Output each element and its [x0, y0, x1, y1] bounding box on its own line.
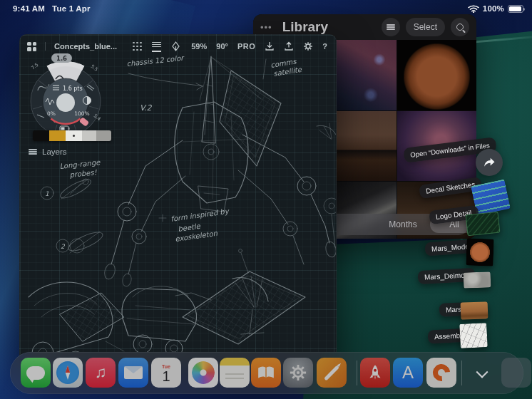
pro-badge[interactable]: PRO — [237, 42, 255, 51]
drawing-canvas[interactable]: chassis 12 color comms satellite V.2 Lon… — [20, 35, 337, 366]
photos-app-icon[interactable] — [188, 358, 218, 388]
mail-app-icon[interactable] — [118, 358, 148, 388]
messages-app-icon[interactable] — [21, 358, 51, 388]
annotation-beetle-1: form inspired by — [170, 207, 230, 224]
search-button[interactable] — [451, 18, 469, 36]
music-app-icon[interactable]: ♫ — [86, 358, 116, 388]
export-icon[interactable] — [284, 41, 294, 51]
envelope-icon — [124, 366, 143, 379]
app-store-app-icon[interactable]: A — [393, 358, 423, 388]
app-library-icon[interactable] — [501, 358, 531, 388]
note-lines-icon — [225, 373, 244, 375]
pen-nib-icon[interactable] — [171, 41, 180, 51]
rotation-value[interactable]: 90° — [216, 42, 228, 51]
swatch-gray[interactable] — [96, 130, 111, 141]
battery-icon — [508, 5, 523, 13]
tab-all[interactable]: All — [430, 216, 476, 233]
tool-wheel[interactable]: 7.5 5.5 5.4 6.9 1.6 1.6 pts 0% 100% — [30, 53, 101, 136]
settings-app-icon[interactable] — [283, 358, 313, 388]
gear-icon — [288, 363, 308, 383]
battery-percent: 100% — [483, 4, 504, 13]
annotation-version: V.2 — [140, 103, 153, 113]
speech-bubble-icon — [26, 366, 45, 380]
books-app-icon[interactable] — [251, 358, 281, 388]
zoom-level[interactable]: 59% — [191, 42, 207, 51]
layers-button[interactable]: Layers — [24, 145, 71, 159]
wifi-icon — [468, 5, 479, 13]
dock: ♫ Tue 1 — [10, 352, 523, 394]
swatch-white-selected[interactable] — [66, 130, 82, 141]
concepts-toolbar: Concepts_blue... 59% 90° PRO — [20, 35, 336, 58]
calendar-app-icon[interactable]: Tue 1 — [151, 358, 181, 388]
opacity-max-label: 100% — [74, 110, 89, 117]
annotation-marker-1: 1 — [45, 190, 49, 197]
page-title: Library — [282, 19, 328, 35]
status-time: 9:41 AM — [13, 4, 45, 13]
app-store-letter: A — [402, 363, 414, 383]
ring-value-right: 5.5 — [90, 63, 99, 73]
dock-divider — [461, 361, 462, 385]
flower-icon — [192, 361, 215, 384]
settings-gear-icon[interactable] — [303, 41, 313, 51]
gallery-icon[interactable] — [27, 42, 36, 51]
concepts-window: chassis 12 color comms satellite V.2 Lon… — [19, 34, 337, 366]
window-controls-icon[interactable]: ••• — [260, 22, 272, 33]
notes-app-icon[interactable] — [220, 358, 250, 388]
select-button[interactable]: Select — [406, 18, 445, 36]
music-note-icon: ♫ — [95, 363, 107, 382]
document-title[interactable]: Concepts_blue... — [45, 42, 117, 51]
layers-label: Layers — [42, 147, 67, 156]
layers-icon — [29, 148, 37, 155]
swatch-gold[interactable] — [49, 130, 66, 141]
rocket-icon — [366, 363, 384, 382]
view-options-button[interactable] — [382, 18, 400, 36]
annotation-probes-2: probes! — [69, 168, 98, 180]
compass-icon — [56, 361, 79, 384]
layers-panel-icon[interactable] — [152, 41, 161, 52]
sketch-pen-app-icon[interactable] — [317, 358, 347, 388]
status-date: Tue 1 Apr — [52, 4, 91, 13]
swatch-light-gray[interactable] — [82, 130, 96, 141]
c-swirl-icon — [429, 361, 454, 385]
safari-app-icon[interactable] — [53, 358, 83, 388]
size-pts-label: 1.6 pts — [63, 86, 83, 92]
rocket-app-icon[interactable] — [360, 358, 390, 388]
color-preview-circle[interactable] — [56, 93, 75, 112]
annotation-marker-2: 2 — [61, 243, 66, 250]
opacity-min-label: 0% — [47, 110, 56, 117]
chevron-down-icon — [476, 366, 488, 378]
dock-chevron-button[interactable] — [471, 365, 493, 383]
open-book-icon — [257, 365, 275, 380]
calendar-day: 1 — [162, 369, 170, 383]
color-swatch-bar — [33, 130, 111, 141]
orange-c-app-icon[interactable] — [426, 358, 456, 388]
swatch-black[interactable] — [33, 130, 49, 141]
forward-arrow-icon — [482, 155, 496, 170]
tab-months[interactable]: Months — [378, 214, 428, 235]
search-icon — [456, 24, 464, 31]
ipad-screen: 9:41 AM Tue 1 Apr 100% ••• Library Selec… — [0, 0, 532, 399]
import-icon[interactable] — [265, 41, 275, 51]
precision-grid-icon[interactable] — [133, 42, 142, 51]
help-button[interactable]: ? — [322, 42, 327, 51]
share-forward-button[interactable] — [476, 149, 503, 176]
ring-value-left: 7.5 — [30, 62, 39, 71]
dock-divider — [357, 361, 357, 385]
pen-icon — [324, 365, 339, 380]
